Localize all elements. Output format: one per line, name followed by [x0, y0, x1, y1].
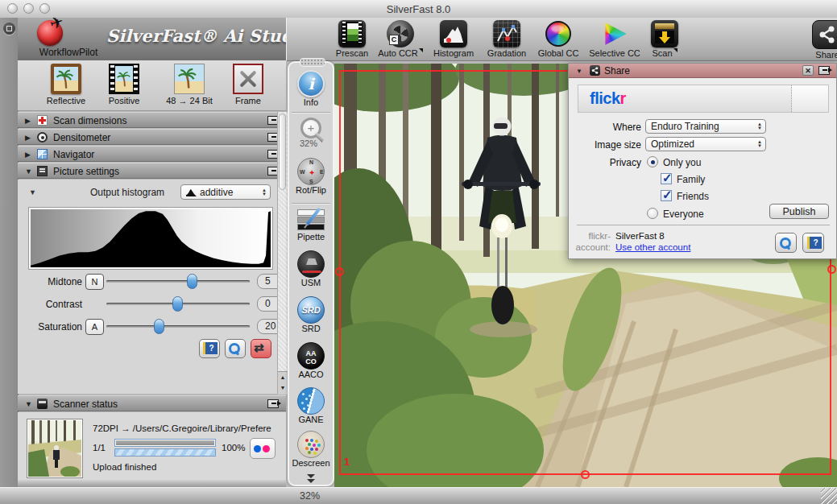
mode-48-24-bit[interactable]: 48 → 24 Bit	[158, 64, 221, 105]
mode-reflective[interactable]: Reflective	[35, 64, 97, 105]
panel-footer	[18, 480, 286, 487]
window-resize-grip[interactable]	[821, 488, 837, 504]
scrollbar-thumb[interactable]	[279, 114, 286, 190]
midtone-slider-thumb[interactable]	[187, 274, 197, 289]
panel-scrollbar[interactable]: ▲▼	[277, 112, 288, 394]
selective-cc-button[interactable]: Selective CC	[588, 20, 641, 58]
stepper-arrows-icon: ▲▼	[262, 188, 267, 196]
section-densitometer[interactable]: ▶ Densitometer	[18, 129, 286, 145]
output-histogram-chart	[29, 208, 272, 269]
auto-ccr-icon: C	[387, 20, 414, 48]
global-cc-button[interactable]: Global CC	[532, 20, 585, 58]
scanner-status-icon	[37, 399, 48, 409]
collapse-triangle-icon[interactable]: ▼	[25, 400, 32, 408]
contrast-slider-thumb[interactable]	[172, 296, 183, 312]
pipette-tool[interactable]: Pipette	[289, 209, 333, 242]
navigator-icon	[37, 149, 48, 159]
section-scanner-status[interactable]: ▼ Scanner status	[18, 395, 286, 411]
mode-positive[interactable]: Positive	[93, 64, 155, 105]
frame-handle-bottom[interactable]	[581, 470, 590, 479]
srd-icon: SRD	[297, 296, 325, 324]
saturation-slider-thumb[interactable]	[154, 319, 164, 334]
contrast-slider[interactable]	[106, 303, 250, 305]
auto-ccr-button[interactable]: C Auto CCR	[374, 20, 427, 58]
collapse-triangle-icon[interactable]: ▶	[25, 151, 31, 159]
stepper-arrows-icon: ▲▼	[757, 140, 762, 148]
detach-panel-icon[interactable]	[267, 399, 279, 408]
share-icon	[590, 65, 600, 76]
scan-progress-bar	[114, 439, 216, 447]
upload-status-text: Upload finished	[93, 462, 156, 472]
quicktime-button[interactable]	[225, 339, 246, 358]
descreen-tool[interactable]: Descreen	[289, 431, 333, 468]
image-size-select[interactable]: Optimized ▲▼	[645, 137, 766, 151]
collapse-triangle-icon[interactable]: ▼	[576, 68, 582, 75]
close-icon[interactable]: ✕	[802, 65, 814, 76]
midtone-auto-badge[interactable]: N	[85, 274, 104, 290]
collapse-triangle-icon[interactable]: ▼	[25, 167, 32, 176]
where-select[interactable]: Enduro Training ▲▼	[645, 119, 766, 134]
midtone-slider[interactable]	[106, 280, 250, 283]
histogram-button[interactable]: Histogram	[427, 20, 480, 58]
silverfast-window: SilverFast 8.0 ✈ WorkflowPilot SilverFas…	[0, 0, 837, 504]
detach-panel-icon[interactable]	[818, 66, 830, 75]
scan-counter: 1/1	[93, 443, 106, 452]
collapse-triangle-icon[interactable]: ▶	[25, 117, 31, 125]
workflow-pilot-band: ✈ WorkflowPilot SilverFast® Ai Studio	[18, 18, 286, 61]
share-toolbar-button[interactable]: Share	[803, 20, 837, 60]
use-other-account-link[interactable]: Use other account	[615, 242, 690, 252]
help-button[interactable]: ?	[802, 233, 824, 253]
aaco-icon: AACO	[297, 342, 325, 370]
section-navigator[interactable]: ▶ Navigator	[18, 146, 286, 162]
saturation-slider[interactable]	[106, 325, 250, 328]
flickr-upload-button[interactable]	[250, 438, 276, 459]
check-mark-icon: ✓	[662, 188, 673, 202]
quicktime-button[interactable]	[775, 233, 797, 253]
zoom-tool[interactable]: + 32%	[289, 118, 333, 148]
frame-handle-right[interactable]	[827, 265, 836, 274]
section-scan-dimensions[interactable]: ▶ Scan dimensions	[18, 112, 286, 128]
frame-handle-left[interactable]	[335, 267, 344, 276]
prescan-button[interactable]: Prescan	[325, 20, 379, 58]
divider	[577, 225, 830, 225]
output-histogram-select[interactable]: additive ▲▼	[180, 184, 271, 200]
collapse-triangle-icon[interactable]: ▶	[25, 134, 31, 142]
privacy-everyone-radio[interactable]	[647, 208, 658, 219]
share-icon	[812, 20, 837, 49]
rot-flip-tool[interactable]: NE SW ✦ Rot/Flip	[289, 158, 333, 195]
gradation-button[interactable]: Gradation	[480, 20, 533, 58]
usm-tool[interactable]: USM	[289, 250, 333, 287]
flickr-tab[interactable]: flickr	[578, 85, 792, 112]
flickr-dot-pink-icon	[263, 445, 270, 452]
share-panel-header[interactable]: ▼ Share ✕	[569, 64, 836, 78]
account-label-line2: account:	[569, 242, 611, 252]
publish-button[interactable]: Publish	[769, 204, 829, 219]
privacy-friends-checkbox[interactable]: ✓	[661, 190, 672, 201]
privacy-family-checkbox[interactable]: ✓	[661, 173, 672, 184]
scan-destination-text: 72DPI → /Users/C.Gregoire/Library/Prefer…	[93, 423, 271, 433]
positive-icon	[109, 64, 139, 94]
check-mark-icon: ✓	[662, 171, 673, 185]
srd-tool[interactable]: SRD SRD	[289, 296, 333, 333]
selective-cc-icon	[601, 20, 628, 48]
toolbar-grip[interactable]	[300, 58, 325, 67]
upload-progress-bar	[114, 448, 216, 456]
saturation-auto-badge[interactable]: A	[85, 319, 104, 335]
aaco-tool[interactable]: AACO AACO	[289, 342, 333, 379]
picture-settings-icon	[37, 166, 48, 176]
privacy-only-you-radio[interactable]	[647, 156, 658, 167]
panel-collapse-icon[interactable]	[3, 23, 15, 35]
scrollbar-arrows[interactable]: ▲▼	[278, 371, 288, 395]
help-button[interactable]: ?	[199, 339, 220, 358]
section-picture-settings[interactable]: ▼ Picture settings	[18, 163, 286, 179]
frame-tool-icon	[233, 64, 263, 94]
info-tool[interactable]: i Info	[289, 70, 333, 107]
global-cc-icon	[545, 20, 572, 48]
descreen-icon	[297, 431, 325, 458]
collapse-triangle-icon[interactable]: ▼	[29, 188, 36, 196]
gane-tool[interactable]: GANE	[289, 387, 333, 424]
scan-button[interactable]: Scan	[638, 20, 691, 58]
mode-frame[interactable]: Frame	[217, 64, 280, 105]
toolbar-more-chevrons[interactable]	[307, 474, 315, 483]
reset-button[interactable]: ⇄	[251, 339, 271, 358]
